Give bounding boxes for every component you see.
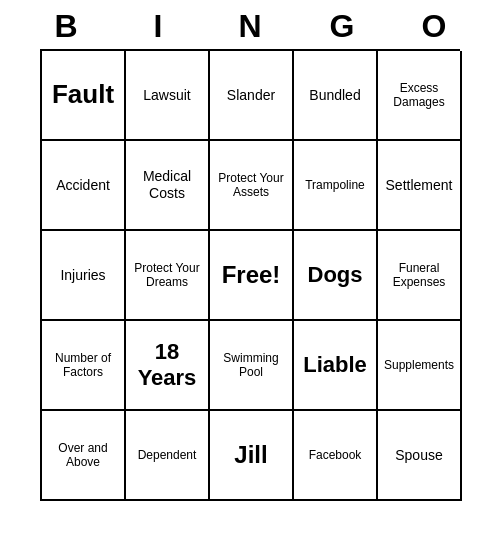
table-row: Medical Costs bbox=[126, 141, 210, 231]
table-row: Protect Your Assets bbox=[210, 141, 294, 231]
table-row: Protect Your Dreams bbox=[126, 231, 210, 321]
table-row: Injuries bbox=[42, 231, 126, 321]
table-row: Facebook bbox=[294, 411, 378, 501]
table-row: Lawsuit bbox=[126, 51, 210, 141]
bingo-header: B I N G O bbox=[20, 0, 480, 49]
table-row: Over and Above bbox=[42, 411, 126, 501]
letter-o: O bbox=[392, 8, 476, 45]
table-row: Bundled bbox=[294, 51, 378, 141]
table-row: Accident bbox=[42, 141, 126, 231]
table-row: 18 Years bbox=[126, 321, 210, 411]
table-row: Swimming Pool bbox=[210, 321, 294, 411]
table-row: Number of Factors bbox=[42, 321, 126, 411]
table-row: Supplements bbox=[378, 321, 462, 411]
table-row: Free! bbox=[210, 231, 294, 321]
bingo-grid: FaultLawsuitSlanderBundledExcess Damages… bbox=[40, 49, 460, 501]
letter-i: I bbox=[116, 8, 200, 45]
table-row: Dogs bbox=[294, 231, 378, 321]
table-row: Liable bbox=[294, 321, 378, 411]
table-row: Funeral Expenses bbox=[378, 231, 462, 321]
table-row: Jill bbox=[210, 411, 294, 501]
table-row: Slander bbox=[210, 51, 294, 141]
table-row: Excess Damages bbox=[378, 51, 462, 141]
letter-b: B bbox=[24, 8, 108, 45]
table-row: Spouse bbox=[378, 411, 462, 501]
letter-n: N bbox=[208, 8, 292, 45]
table-row: Dependent bbox=[126, 411, 210, 501]
table-row: Trampoline bbox=[294, 141, 378, 231]
table-row: Settlement bbox=[378, 141, 462, 231]
letter-g: G bbox=[300, 8, 384, 45]
table-row: Fault bbox=[42, 51, 126, 141]
